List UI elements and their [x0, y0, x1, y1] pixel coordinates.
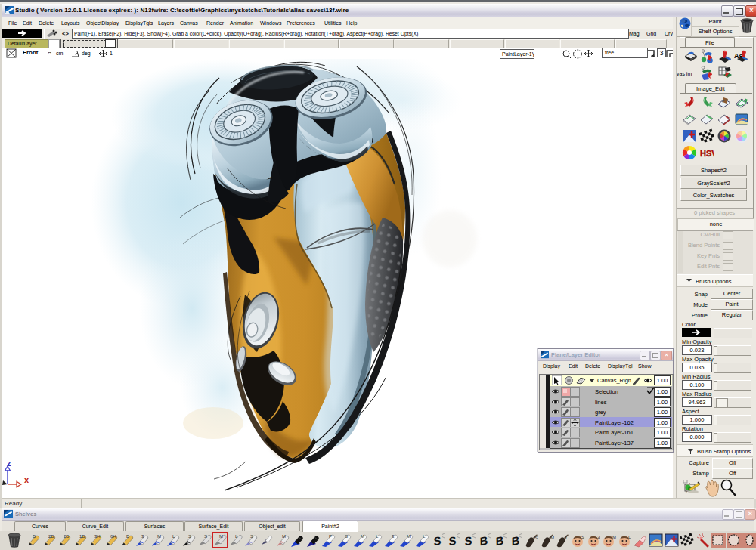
svg-text:M: M — [612, 535, 616, 539]
svg-text:B: B — [494, 533, 504, 548]
svg-text:B: B — [510, 533, 520, 548]
svg-text:S: S — [581, 535, 584, 539]
svg-text:M: M — [361, 534, 364, 539]
svg-text:z: z — [7, 459, 11, 468]
svg-text:2B: 2B — [64, 534, 69, 539]
svg-text:S: S — [345, 534, 348, 539]
svg-text:3: 3 — [597, 535, 600, 539]
svg-text:6H: 6H — [110, 534, 116, 539]
svg-text:x: x — [24, 475, 29, 484]
svg-text:M: M — [219, 534, 223, 539]
svg-text:M: M — [282, 534, 286, 539]
svg-text:3H: 3H — [94, 534, 101, 539]
svg-text:B: B — [478, 533, 488, 548]
svg-text:S: S — [463, 534, 472, 548]
svg-text:L: L — [565, 536, 569, 540]
svg-text:S: S — [447, 534, 457, 548]
svg-text:1B: 1B — [79, 534, 85, 539]
svg-text:M: M — [550, 536, 554, 540]
svg-text:HSV: HSV — [700, 149, 714, 158]
svg-text:S: S — [432, 534, 442, 548]
svg-text:M: M — [157, 534, 161, 539]
svg-text:S: S — [250, 534, 253, 539]
svg-text:L: L — [628, 535, 631, 539]
svg-text:P: P — [329, 534, 332, 539]
svg-text:B: B — [126, 534, 129, 539]
svg-text:S: S — [534, 536, 538, 540]
svg-text:S: S — [188, 534, 191, 539]
svg-text:B: B — [33, 534, 36, 539]
svg-text:S: S — [204, 534, 207, 539]
svg-text:2B: 2B — [48, 534, 54, 539]
svg-text:M: M — [407, 534, 411, 539]
